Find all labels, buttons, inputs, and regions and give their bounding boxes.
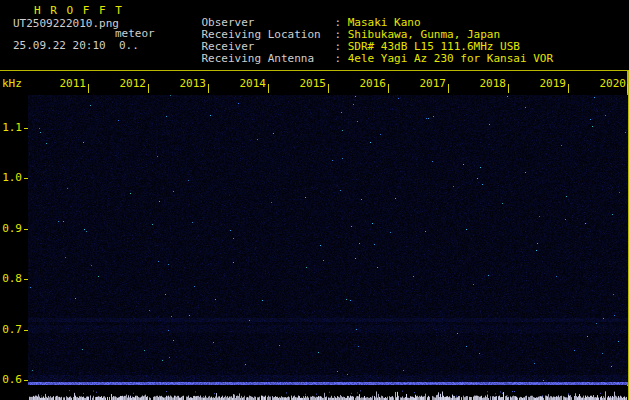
freq-tick-label: 0.6 — [2, 374, 22, 386]
signal-level-strip — [28, 386, 628, 400]
info-row-antenna: Receiving Antenna: 4ele Yagi Az 230 for … — [175, 41, 553, 77]
info-separator: : — [335, 52, 348, 65]
freq-tick-label: 1.0 — [2, 172, 22, 184]
time-tick-label: 2011 — [57, 78, 86, 90]
freq-tick-label: 1.1 — [2, 122, 22, 134]
freq-tick-label: 0.9 — [2, 223, 22, 235]
time-tick-label: 2015 — [297, 78, 326, 90]
time-tick-mark — [208, 84, 209, 93]
spectrogram — [28, 95, 628, 385]
info-value: 4ele Yagi Az 230 for Kansai VOR — [348, 52, 553, 65]
header-separator-line — [0, 70, 629, 71]
time-tick-mark — [508, 84, 509, 93]
time-tick-label: 2014 — [237, 78, 266, 90]
time-tick-mark — [388, 84, 389, 93]
time-tick-mark — [148, 84, 149, 93]
time-tick-mark — [448, 84, 449, 93]
time-tick-label: 2016 — [357, 78, 386, 90]
time-tick-label: 2013 — [177, 78, 206, 90]
time-tick-label: 2020 — [597, 78, 626, 90]
y-axis-unit-label: kHz — [2, 78, 22, 90]
time-tick-label: 2018 — [477, 78, 506, 90]
time-tick-mark — [88, 84, 89, 93]
time-tick-mark — [627, 84, 628, 93]
app-title: H R O F F T — [34, 5, 123, 17]
time-tick-mark — [568, 84, 569, 93]
time-tick-label: 2017 — [417, 78, 446, 90]
freq-tick-label: 0.8 — [2, 273, 22, 285]
output-filename: UT2509222010.png — [13, 18, 119, 30]
time-tick-mark — [328, 84, 329, 93]
hrofft-screen: H R O F F T UT2509222010.png meteor 25.0… — [0, 0, 629, 400]
time-tick-label: 2012 — [117, 78, 146, 90]
freq-tick-label: 0.7 — [2, 324, 22, 336]
time-tick-mark — [268, 84, 269, 93]
datetime-label: 25.09.22 20:10 0.. — [13, 40, 139, 52]
time-tick-label: 2019 — [537, 78, 566, 90]
info-label: Receiving Antenna — [202, 53, 335, 65]
